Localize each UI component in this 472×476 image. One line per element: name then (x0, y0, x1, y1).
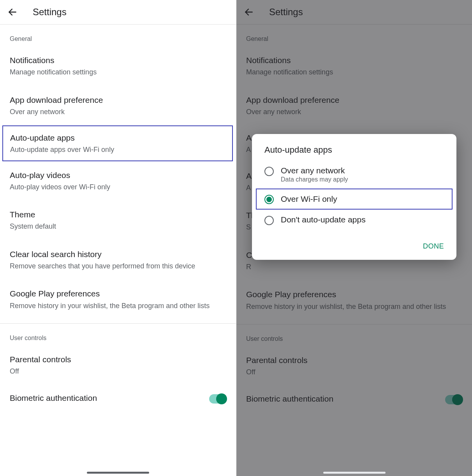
section-user-controls: User controls (236, 324, 472, 346)
setting-download-preference[interactable]: App download preference Over any network (0, 86, 236, 126)
radio-label: Over any network (281, 166, 348, 175)
settings-screen-left: Settings General Notifications Manage no… (0, 0, 236, 476)
back-button[interactable] (242, 5, 256, 19)
setting-notifications[interactable]: Notifications Manage notification settin… (0, 46, 236, 86)
setting-title: Biometric authentication (246, 393, 445, 404)
setting-title: App download preference (246, 95, 462, 106)
setting-title: Clear local search history (10, 249, 226, 260)
radio-label: Don't auto-update apps (281, 215, 366, 224)
radio-icon (264, 195, 274, 204)
setting-title: Auto-update apps (10, 132, 225, 143)
setting-notifications[interactable]: Notifications Manage notification settin… (236, 46, 472, 86)
setting-google-play-preferences[interactable]: Google Play preferences Remove history i… (236, 280, 472, 320)
arrow-back-icon (244, 7, 254, 17)
radio-icon (264, 216, 274, 225)
setting-subtitle: Over any network (10, 107, 226, 117)
setting-biometric-authentication[interactable]: Biometric authentication (0, 385, 236, 404)
setting-title: App download preference (10, 95, 226, 106)
radio-over-wifi-only[interactable]: Over Wi-Fi only (256, 189, 453, 210)
done-button[interactable]: DONE (423, 242, 444, 250)
back-button[interactable] (5, 5, 19, 19)
radio-label: Over Wi-Fi only (281, 194, 337, 204)
setting-clear-search-history[interactable]: Clear local search history Remove search… (0, 240, 236, 280)
setting-subtitle: Manage notification settings (246, 67, 462, 77)
setting-subtitle: Remove history in your wishlist, the Bet… (246, 302, 462, 312)
setting-subtitle: Auto-update apps over Wi-Fi only (10, 145, 225, 155)
setting-title: Notifications (10, 55, 226, 66)
setting-title: Parental controls (246, 355, 462, 366)
setting-auto-play-videos[interactable]: Auto-play videos Auto-play videos over W… (0, 161, 236, 201)
section-general: General (236, 25, 472, 46)
section-user-controls: User controls (0, 324, 236, 346)
toggle-switch[interactable] (445, 395, 462, 404)
radio-dont-auto-update[interactable]: Don't auto-update apps (252, 210, 456, 231)
setting-title: Google Play preferences (10, 288, 226, 299)
setting-subtitle: System default (10, 222, 226, 231)
setting-google-play-preferences[interactable]: Google Play preferences Remove history i… (0, 280, 236, 319)
setting-subtitle: Remove searches that you have performed … (10, 261, 226, 271)
page-title: Settings (33, 7, 67, 18)
setting-biometric-authentication[interactable]: Biometric authentication (236, 386, 472, 404)
setting-theme[interactable]: Theme System default (0, 201, 236, 240)
setting-subtitle: Off (246, 367, 462, 377)
setting-subtitle: Remove history in your wishlist, the Bet… (10, 301, 226, 311)
section-general: General (0, 25, 236, 46)
auto-update-dialog: Auto-update apps Over any network Data c… (252, 134, 456, 260)
app-bar: Settings (236, 0, 472, 24)
setting-title: Auto-play videos (10, 170, 226, 181)
toggle-switch[interactable] (209, 394, 226, 404)
settings-screen-right: Settings General Notifications Manage no… (236, 0, 472, 476)
setting-title: Notifications (246, 55, 462, 66)
setting-parental-controls[interactable]: Parental controls Off (236, 346, 472, 386)
app-bar: Settings (0, 0, 236, 24)
radio-over-any-network[interactable]: Over any network Data charges may apply (252, 160, 456, 189)
setting-auto-update-apps[interactable]: Auto-update apps Auto-update apps over W… (2, 125, 233, 161)
radio-sublabel: Data charges may apply (281, 176, 348, 183)
setting-parental-controls[interactable]: Parental controls Off (0, 346, 236, 385)
home-indicator (323, 472, 386, 474)
setting-subtitle: Auto-play videos over Wi-Fi only (10, 182, 226, 192)
setting-subtitle: R (246, 262, 462, 272)
setting-subtitle: Off (10, 367, 226, 376)
setting-title: Google Play preferences (246, 289, 462, 300)
arrow-back-icon (7, 7, 18, 17)
setting-download-preference[interactable]: App download preference Over any network (236, 86, 472, 126)
setting-subtitle: Manage notification settings (10, 67, 226, 77)
home-indicator (87, 472, 149, 474)
setting-subtitle: Over any network (246, 107, 462, 117)
setting-title: Biometric authentication (10, 393, 209, 404)
page-title: Settings (269, 7, 303, 18)
dialog-actions: DONE (252, 231, 456, 253)
dialog-title: Auto-update apps (252, 145, 456, 160)
setting-title: Theme (10, 209, 226, 220)
radio-icon (264, 167, 274, 176)
setting-title: Parental controls (10, 354, 226, 365)
